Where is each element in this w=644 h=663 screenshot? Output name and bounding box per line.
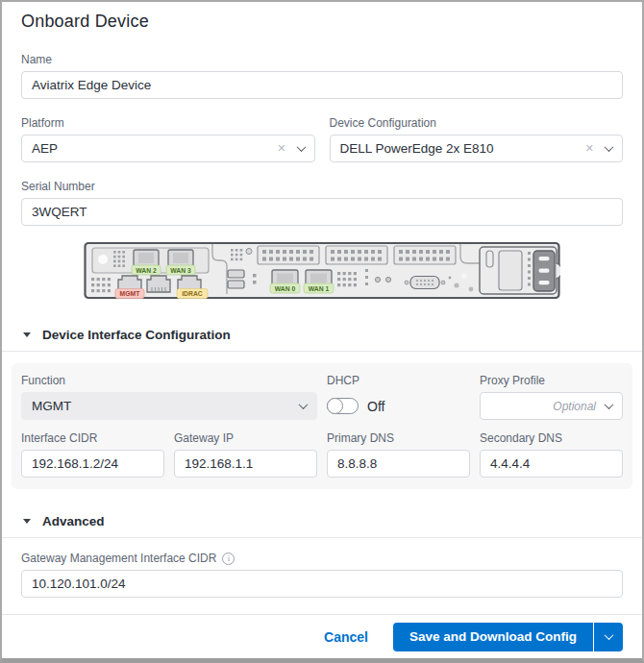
collapse-caret-icon <box>23 519 31 524</box>
section-divider <box>2 351 642 352</box>
toggle-knob <box>327 398 343 414</box>
section-header-device-interface-configuration[interactable]: Device Interface Configuration <box>21 328 623 342</box>
port-label-wan3: WAN 3 <box>170 267 191 274</box>
clear-icon[interactable]: ✕ <box>585 143 594 154</box>
onboard-device-dialog: Onboard Device Name Platform AEP ✕ Devic… <box>0 0 644 663</box>
section-title: Advanced <box>42 514 105 528</box>
primary-dns-input[interactable] <box>327 450 470 478</box>
device-configuration-field-group: Device Configuration DELL PowerEdge 2x E… <box>330 116 624 162</box>
interface-config-panel: Function MGMT DHCP Off <box>12 363 632 489</box>
section-divider <box>2 537 642 538</box>
secondary-dns-input[interactable] <box>480 450 623 478</box>
clear-icon[interactable]: ✕ <box>277 143 285 154</box>
chevron-down-icon <box>604 630 613 640</box>
name-label: Name <box>21 53 623 66</box>
function-label: Function <box>21 374 317 387</box>
platform-select-value: AEP <box>32 141 277 156</box>
function-select[interactable]: MGMT <box>21 392 317 420</box>
device-rear-panel-image: WAN 2 WAN 3 MGMT iDRAC <box>21 239 623 303</box>
platform-select[interactable]: AEP ✕ <box>21 135 315 162</box>
proxy-profile-placeholder: Optional <box>553 400 596 413</box>
save-split-button: Save and Download Config <box>393 623 623 651</box>
platform-row: Platform AEP ✕ Device Configuration DELL… <box>21 116 623 162</box>
dhcp-toggle[interactable] <box>327 398 359 414</box>
dhcp-label: DHCP <box>327 374 470 387</box>
gateway-ip-field-group: Gateway IP <box>174 431 317 478</box>
chevron-down-icon <box>605 400 614 409</box>
gateway-mgmt-cidr-field-group: Gateway Management Interface CIDR i <box>21 552 623 598</box>
info-icon[interactable]: i <box>222 552 235 565</box>
dialog-footer: Cancel Save and Download Config <box>2 614 642 658</box>
secondary-dns-field-group: Secondary DNS <box>480 431 623 478</box>
gateway-mgmt-cidr-label: Gateway Management Interface CIDR <box>21 552 216 565</box>
serial-number-input[interactable] <box>21 198 623 226</box>
name-field-group: Name <box>21 53 623 99</box>
platform-field-group: Platform AEP ✕ <box>21 116 315 162</box>
server-rear-illustration: WAN 2 WAN 3 MGMT iDRAC <box>84 239 560 303</box>
serial-number-label: Serial Number <box>21 180 623 193</box>
device-configuration-label: Device Configuration <box>330 116 624 130</box>
function-select-value: MGMT <box>32 399 300 413</box>
gateway-ip-input[interactable] <box>174 450 317 478</box>
primary-dns-label: Primary DNS <box>327 431 470 445</box>
proxy-profile-select[interactable]: Optional <box>480 392 623 420</box>
section-header-advanced[interactable]: Advanced <box>21 514 623 528</box>
port-label-mgmt: MGMT <box>120 290 141 297</box>
interface-cidr-field-group: Interface CIDR <box>21 431 164 478</box>
port-label-wan2: WAN 2 <box>136 267 157 274</box>
save-options-dropdown-button[interactable] <box>593 623 623 651</box>
device-configuration-select[interactable]: DELL PowerEdge 2x E810 ✕ <box>330 135 624 162</box>
save-and-download-config-button[interactable]: Save and Download Config <box>393 623 593 651</box>
name-input[interactable] <box>21 71 623 99</box>
interface-cidr-label: Interface CIDR <box>21 431 164 445</box>
port-label-wan1: WAN 1 <box>309 285 330 292</box>
cancel-button[interactable]: Cancel <box>324 629 368 645</box>
chevron-down-icon <box>296 142 306 152</box>
dhcp-state-label: Off <box>367 399 384 414</box>
gateway-ip-label: Gateway IP <box>174 431 317 445</box>
port-label-wan0: WAN 0 <box>275 285 296 292</box>
secondary-dns-label: Secondary DNS <box>480 431 623 445</box>
gateway-mgmt-cidr-input[interactable] <box>21 570 623 598</box>
proxy-profile-field-group: Proxy Profile Optional <box>480 374 623 420</box>
interface-cidr-input[interactable] <box>21 450 164 478</box>
page-title: Onboard Device <box>21 12 623 32</box>
dhcp-field-group: DHCP Off <box>327 374 470 420</box>
section-title: Device Interface Configuration <box>42 328 231 342</box>
chevron-down-icon <box>299 400 309 409</box>
proxy-profile-label: Proxy Profile <box>480 374 623 387</box>
chevron-down-icon <box>605 142 614 152</box>
function-field-group: Function MGMT <box>21 374 317 420</box>
platform-label: Platform <box>21 116 315 130</box>
dialog-content: Onboard Device Name Platform AEP ✕ Devic… <box>2 2 642 614</box>
collapse-caret-icon <box>23 332 31 337</box>
port-label-idrac: iDRAC <box>182 290 203 297</box>
primary-dns-field-group: Primary DNS <box>327 431 470 478</box>
serial-number-field-group: Serial Number <box>21 180 623 226</box>
device-configuration-select-value: DELL PowerEdge 2x E810 <box>340 141 585 156</box>
